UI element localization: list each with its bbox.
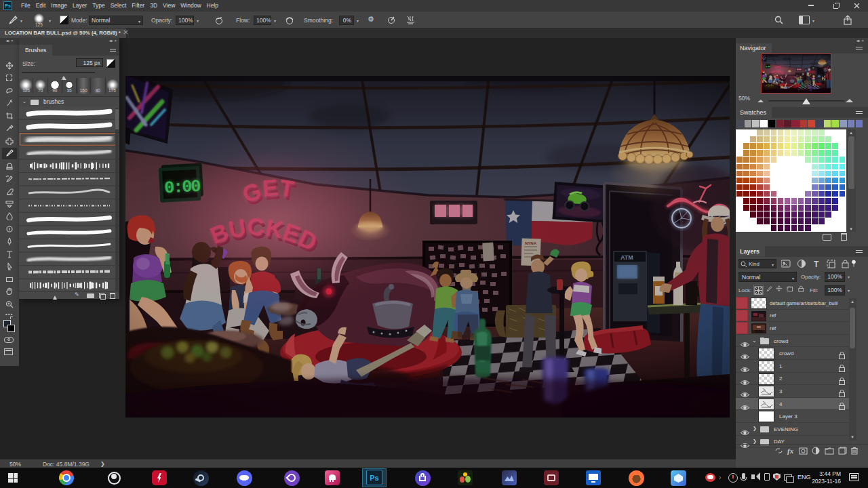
svg-text:fx: fx: [787, 447, 794, 455]
svg-text:T: T: [814, 260, 819, 268]
